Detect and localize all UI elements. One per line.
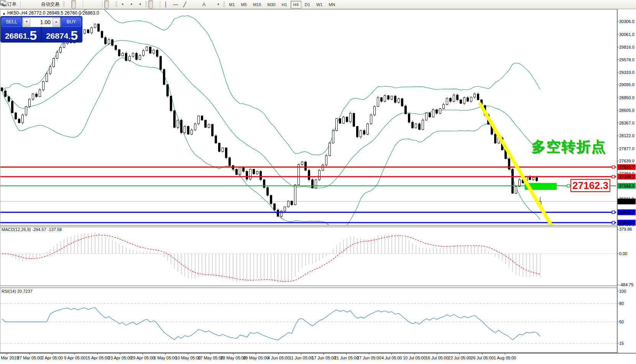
zoom-out-button[interactable] bbox=[90, 0, 95, 8]
time-tick-label: 27 Jun 05:00 bbox=[357, 356, 381, 360]
new-chart-button[interactable]: ▼ bbox=[118, 0, 127, 8]
timeframe-h4[interactable]: H4 bbox=[291, 1, 301, 8]
buy-price-main: 26874 bbox=[46, 31, 68, 41]
chart-canvas[interactable]: 30306.030061.029816.029578.029333.029095… bbox=[0, 0, 636, 364]
search-button[interactable] bbox=[624, 0, 628, 8]
sell-price[interactable]: 26861.5 bbox=[1, 27, 42, 42]
timeframe-group: M1M5M15M30H1H4D1W1MN bbox=[226, 1, 338, 8]
timeframe-m1[interactable]: M1 bbox=[226, 1, 237, 8]
horizontal-line-tool[interactable]: — bbox=[171, 0, 180, 8]
price-tick: 28850.0 bbox=[619, 95, 634, 100]
one-click-prices: 26861.5 26874.5 bbox=[1, 27, 82, 42]
dropdown-caret: ▼ bbox=[139, 3, 142, 6]
terminal-button[interactable] bbox=[28, 0, 33, 8]
price-tick: 28367.0 bbox=[619, 121, 634, 125]
time-tick-label: 16 Jul 05:00 bbox=[426, 356, 449, 360]
toolbar-grip[interactable] bbox=[145, 2, 147, 8]
price-tick: 30061.0 bbox=[619, 32, 634, 37]
time-tick-label: 2 Apr 05:00 bbox=[41, 356, 63, 360]
vertical-line-icon: │ bbox=[164, 2, 168, 7]
price-line-label-text: 26656.3 bbox=[619, 210, 634, 215]
price-tick: 27639.0 bbox=[619, 159, 634, 163]
volume-decrease-button[interactable]: ▼ bbox=[23, 18, 30, 26]
price-level-box[interactable]: 27162.3 bbox=[570, 179, 610, 192]
chart-shift-button[interactable] bbox=[110, 0, 114, 8]
bar-chart-mode-button[interactable] bbox=[66, 0, 71, 8]
price-line-label-text: 27338.3 bbox=[619, 174, 634, 179]
timeframe-d1[interactable]: D1 bbox=[302, 1, 313, 8]
channel-tool[interactable]: E bbox=[189, 0, 194, 8]
collapse-oneclick-icon[interactable]: ▲ bbox=[2, 11, 6, 15]
time-tick-label: 1 Aug 05:00 bbox=[494, 356, 516, 360]
timeframe-m15[interactable]: M15 bbox=[250, 1, 264, 8]
templates-button[interactable]: ▼ bbox=[136, 0, 144, 8]
price-tick: 29578.0 bbox=[619, 57, 634, 62]
text-tool[interactable]: A bbox=[200, 0, 208, 8]
price-tick: 30306.0 bbox=[619, 19, 634, 24]
tile-windows-button[interactable] bbox=[96, 0, 100, 8]
toolbar-grip[interactable] bbox=[63, 2, 65, 8]
annotation-text[interactable]: 多空转折点 bbox=[531, 137, 606, 156]
fibonacci-tool[interactable]: F bbox=[195, 0, 199, 8]
line-chart-mode-button[interactable] bbox=[77, 0, 81, 8]
price-tick: 28122.0 bbox=[619, 133, 634, 138]
chat-button[interactable] bbox=[629, 0, 634, 8]
symbol-ohlc-title: HK50-,H4 26772.0 26949.5 26760.0 26863.0 bbox=[7, 10, 99, 16]
line-anchor bbox=[567, 185, 570, 187]
buy-price[interactable]: 26874.5 bbox=[42, 27, 82, 42]
timeframe-m5[interactable]: M5 bbox=[238, 1, 250, 8]
timeframe-h1[interactable]: H1 bbox=[279, 1, 290, 8]
periods-button[interactable]: ▼ bbox=[127, 0, 135, 8]
toolbar-grip[interactable] bbox=[115, 2, 117, 8]
volume-increase-button[interactable]: ▲ bbox=[53, 18, 60, 26]
chat-icon bbox=[0, 0, 8, 6]
volume-input[interactable]: 1.00 bbox=[31, 19, 52, 25]
rsi-scale-tick: 80 bbox=[619, 301, 624, 306]
horizontal-line-icon: — bbox=[173, 2, 178, 7]
price-tick: 29095.0 bbox=[619, 82, 634, 87]
timeframe-mn[interactable]: MN bbox=[326, 1, 338, 8]
time-tick-label: 9 Apr 05:00 bbox=[64, 356, 85, 360]
toolbar-grip[interactable] bbox=[223, 2, 225, 8]
toolbar-separator bbox=[20, 1, 21, 8]
zoom-in-button[interactable] bbox=[85, 0, 90, 8]
rsi-scale-tick: 100 bbox=[619, 289, 626, 293]
line-anchor bbox=[612, 211, 615, 214]
toolbar-separator bbox=[83, 1, 84, 8]
timeframe-m30[interactable]: M30 bbox=[265, 1, 278, 8]
time-tick-label: 29 May 05:00 bbox=[243, 356, 269, 360]
autotrading-button[interactable]: 自动交易 bbox=[39, 0, 62, 8]
text-label-tool[interactable]: T bbox=[209, 0, 213, 8]
sell-button[interactable]: SELL bbox=[2, 18, 21, 27]
time-tick-label: 23 May 05:00 bbox=[220, 356, 246, 360]
dropdown-caret: ▼ bbox=[121, 3, 124, 6]
macd-scale-tick: -484.75 bbox=[619, 282, 633, 287]
price-line-label-text: 27162.3 bbox=[619, 184, 634, 188]
trendline-tool[interactable]: ╱ bbox=[181, 0, 189, 8]
candlestick-mode-button[interactable] bbox=[71, 0, 76, 8]
buy-button[interactable]: BUY bbox=[61, 18, 81, 27]
macd-pane[interactable] bbox=[0, 227, 617, 286]
price-axis[interactable]: 30306.030061.029816.029578.029333.029095… bbox=[617, 19, 636, 227]
vertical-line-tool[interactable]: │ bbox=[162, 0, 170, 8]
auto-scroll-button[interactable] bbox=[104, 0, 109, 8]
cursor-tool-button[interactable] bbox=[148, 0, 153, 8]
sell-price-pip: 5 bbox=[30, 30, 37, 41]
price-tick: 28605.0 bbox=[619, 108, 634, 113]
volume-box: ▼ 1.00 ▲ bbox=[22, 17, 61, 27]
rsi-pane[interactable] bbox=[0, 288, 617, 353]
price-line-label-text: 26458.3 bbox=[619, 220, 634, 225]
crosshair-tool-button[interactable] bbox=[154, 0, 158, 8]
price-tick: 27877.0 bbox=[619, 146, 634, 151]
dropdown-caret: ▼ bbox=[217, 3, 220, 6]
arrows-tool[interactable]: ▼ bbox=[214, 0, 222, 8]
main-pane[interactable] bbox=[0, 9, 617, 225]
price-tick: 29333.0 bbox=[619, 70, 634, 75]
market-watch-icon[interactable] bbox=[23, 0, 27, 8]
time-tick-label: 29 Apr 05:00 bbox=[131, 356, 154, 360]
signals-button[interactable] bbox=[33, 0, 38, 8]
time-axis[interactable]: 21 Mar 201927 Mar 05:002 Apr 05:009 Apr … bbox=[0, 353, 516, 360]
price-line-label-text: 27521.7 bbox=[619, 165, 634, 169]
sell-price-main: 26861 bbox=[5, 31, 27, 41]
timeframe-w1[interactable]: W1 bbox=[314, 1, 325, 8]
